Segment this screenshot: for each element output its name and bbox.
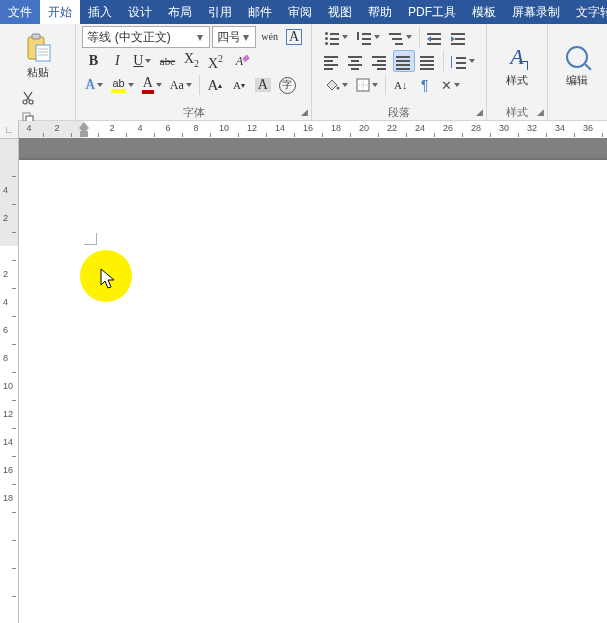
paste-button[interactable]: 粘贴 (17, 26, 59, 86)
show-marks-button[interactable]: ¶ (414, 74, 436, 96)
align-right-icon (372, 54, 388, 68)
menu-tab-pdf[interactable]: PDF工具 (400, 0, 464, 24)
font-name-combo[interactable]: 等线 (中文正文) ▾ (82, 26, 210, 48)
chevron-down-icon (342, 83, 348, 87)
styles-button[interactable]: A 样式 (495, 35, 539, 95)
left-indent-marker[interactable] (80, 131, 88, 137)
chevron-down-icon (372, 83, 378, 87)
clear-formatting-button[interactable]: A◆ (228, 50, 250, 72)
bold-button[interactable]: B (82, 50, 104, 72)
grow-font-button[interactable]: A▴ (204, 74, 226, 96)
menu-tab-tts[interactable]: 文字转语音 (568, 0, 607, 24)
borders-button[interactable] (353, 74, 381, 96)
document-page[interactable]: ↵ (18, 160, 607, 623)
chevron-down-icon (128, 83, 134, 87)
click-highlight-icon (80, 250, 132, 302)
paste-label: 粘贴 (27, 65, 49, 80)
align-distribute-button[interactable] (417, 50, 439, 72)
align-justify-button[interactable] (393, 50, 415, 72)
align-distribute-icon (420, 54, 436, 68)
font-size-value: 四号 (217, 29, 239, 46)
menu-tab-mailings[interactable]: 邮件 (240, 0, 280, 24)
font-color-button[interactable]: A (139, 74, 165, 96)
bullets-button[interactable] (321, 26, 351, 48)
menu-tab-insert[interactable]: 插入 (80, 0, 120, 24)
subscript-button[interactable]: X2 (180, 50, 202, 72)
chevron-down-icon (469, 59, 475, 63)
group-clipboard: 粘贴 剪贴板 ◢ (0, 24, 76, 120)
asian-layout-button[interactable]: ✕ (438, 74, 463, 96)
font-dialog-launcher[interactable]: ◢ (301, 105, 308, 119)
subscript-icon: X2 (184, 52, 199, 71)
italic-button[interactable]: I (106, 50, 128, 72)
separator (199, 75, 200, 95)
sort-button[interactable]: A↓ (390, 74, 412, 96)
numbering-button[interactable] (353, 26, 383, 48)
shrink-font-button[interactable]: A▾ (228, 74, 250, 96)
group-paragraph: A↓ ¶ ✕ 段落 ◢ (312, 24, 487, 120)
phonetic-guide-button[interactable]: wén (258, 26, 281, 48)
change-case-button[interactable]: Aa (167, 74, 195, 96)
document-viewport[interactable]: ↵ (18, 138, 607, 623)
menu-tab-design[interactable]: 设计 (120, 0, 160, 24)
cut-button[interactable] (17, 88, 39, 108)
align-left-button[interactable] (321, 50, 343, 72)
styles-dialog-launcher[interactable]: ◢ (537, 105, 544, 119)
chevron-down-icon (374, 35, 380, 39)
font-name-value: 等线 (中文正文) (87, 29, 193, 46)
multilevel-list-button[interactable] (385, 26, 415, 48)
asian-layout-icon: ✕ (441, 78, 452, 93)
text-effects-button[interactable]: A (82, 74, 106, 96)
svg-point-7 (29, 100, 33, 104)
enclose-char-button[interactable]: 字 (276, 74, 299, 96)
borders-icon (356, 78, 370, 92)
shrink-font-icon: A (233, 78, 241, 92)
font-size-combo[interactable]: 四号 ▾ (212, 26, 256, 48)
menu-tab-help[interactable]: 帮助 (360, 0, 400, 24)
grow-font-icon: A (207, 78, 218, 92)
paragraph-dialog-launcher[interactable]: ◢ (476, 105, 483, 119)
group-paragraph-label: 段落 ◢ (315, 104, 483, 120)
decrease-indent-button[interactable] (424, 26, 446, 48)
menu-tab-home[interactable]: 开始 (40, 0, 80, 24)
text-highlight-button[interactable]: ab (108, 74, 136, 96)
menu-tab-view[interactable]: 视图 (320, 0, 360, 24)
ruler-vertical[interactable]: 4 2 2 4 6 8 10 12 14 16 18 (0, 138, 19, 623)
menu-bar: 文件 开始 插入 设计 布局 引用 邮件 审阅 视图 帮助 PDF工具 模板 屏… (0, 0, 607, 24)
separator (419, 27, 420, 47)
align-center-button[interactable] (345, 50, 367, 72)
text-effects-icon: A (85, 78, 95, 92)
separator (385, 75, 386, 95)
superscript-button[interactable]: X2 (204, 50, 226, 72)
paint-bucket-icon (324, 78, 340, 92)
ribbon: 粘贴 剪贴板 ◢ (0, 24, 607, 121)
menu-tab-references[interactable]: 引用 (200, 0, 240, 24)
menu-tab-templates[interactable]: 模板 (464, 0, 504, 24)
menu-tab-review[interactable]: 审阅 (280, 0, 320, 24)
align-right-button[interactable] (369, 50, 391, 72)
char-border-button[interactable]: A (283, 26, 305, 48)
group-styles: A 样式 样式 ◢ (487, 24, 547, 120)
highlight-icon: ab (111, 77, 125, 93)
chevron-down-icon (156, 83, 162, 87)
menu-file[interactable]: 文件 (0, 0, 40, 24)
enclose-char-icon: 字 (279, 77, 296, 94)
font-color-icon: A (142, 76, 154, 94)
underline-button[interactable]: U (130, 50, 154, 72)
menu-tab-layout[interactable]: 布局 (160, 0, 200, 24)
editing-button[interactable]: 编辑 (555, 35, 599, 95)
menu-tab-screenrec[interactable]: 屏幕录制 (504, 0, 568, 24)
bullets-icon (324, 30, 340, 44)
line-spacing-button[interactable] (448, 50, 478, 72)
shading-button[interactable] (321, 74, 351, 96)
strikethrough-button[interactable]: abc (156, 50, 178, 72)
group-editing: 编辑 (548, 24, 607, 120)
char-shading-button[interactable]: A (252, 74, 274, 96)
editing-label: 编辑 (566, 73, 588, 88)
pilcrow-icon: ¶ (421, 77, 429, 93)
multilevel-list-icon (388, 30, 404, 44)
search-icon (566, 46, 588, 68)
char-border-icon: A (286, 29, 302, 45)
increase-indent-button[interactable] (448, 26, 470, 48)
group-font: 等线 (中文正文) ▾ 四号 ▾ wén A B I U abc X2 (76, 24, 312, 120)
